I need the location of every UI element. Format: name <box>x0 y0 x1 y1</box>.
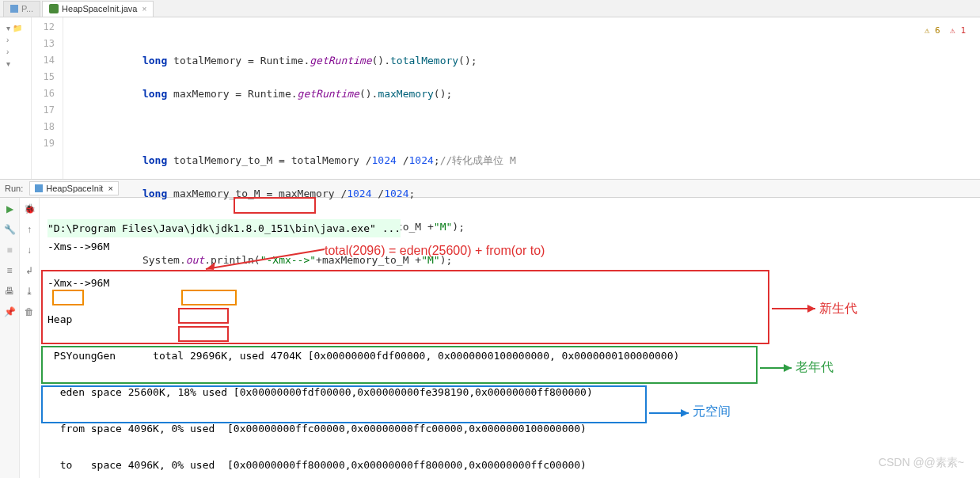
arrow-meta <box>649 405 693 421</box>
annotation-box-younggen <box>41 270 769 344</box>
line-gutter: 12 13 14 15 16 17 18 19 <box>32 17 63 179</box>
svg-marker-1 <box>206 262 215 270</box>
clear-button[interactable]: 🗑 <box>23 305 36 318</box>
file-icon <box>10 5 18 13</box>
code-editor[interactable]: ⚠ 6 ⚠ 1 long totalMemory = Runtime.getRu… <box>63 17 980 179</box>
run-panel: ▶ 🔧 ■ ≡ 🖶 📌 🐞 ↑ ↓ ↲ ⤓ 🗑 "D:\Program File… <box>0 198 980 478</box>
app-icon <box>35 184 43 192</box>
console-output[interactable]: "D:\Program Files\Java\jdk\jdk1.8.0_151\… <box>40 198 980 478</box>
watermark: CSDN @@素素~ <box>879 456 964 470</box>
line-number: 19 <box>32 135 55 152</box>
annotation-young: 新生代 <box>819 299 857 317</box>
editor-tabs: P... HeapSpaceInit.java × <box>0 0 980 17</box>
line-number: 17 <box>32 102 55 119</box>
up-button[interactable]: ↑ <box>23 223 36 236</box>
scroll-button[interactable]: ⤓ <box>23 285 36 298</box>
run-label: Run: <box>5 184 23 193</box>
line-number: 12 <box>32 19 55 36</box>
java-file-icon <box>49 4 59 13</box>
stop-button[interactable]: ■ <box>3 244 16 256</box>
annotation-box-oldgen <box>41 346 758 384</box>
svg-line-0 <box>206 249 325 269</box>
line-number: 14 <box>32 52 55 69</box>
annotation-box-eden-used <box>181 290 237 305</box>
annotation-box-eden <box>52 290 84 305</box>
console-toolbar: 🐞 ↑ ↓ ↲ ⤓ 🗑 <box>20 198 40 478</box>
annotation-old: 老年代 <box>796 358 834 376</box>
line-number: 13 <box>32 36 55 52</box>
arrow-young <box>772 301 819 317</box>
svg-marker-5 <box>784 364 792 372</box>
close-icon[interactable]: × <box>142 5 147 13</box>
tree-node[interactable]: ▾ 📁 <box>0 22 31 34</box>
pin-button[interactable]: 📌 <box>3 305 16 318</box>
tree-node[interactable]: › <box>0 46 31 58</box>
inspection-badges[interactable]: ⚠ 6 ⚠ 1 <box>925 22 966 39</box>
tab-label: HeapSpaceInit.java <box>62 4 137 13</box>
rerun-button[interactable]: ▶ <box>3 203 16 215</box>
output-line: to space 4096K, 0% used [0x00000000ff800… <box>47 456 972 474</box>
annotation-meta: 元空间 <box>693 402 731 420</box>
tab-label: P... <box>21 4 33 13</box>
svg-marker-3 <box>807 305 815 313</box>
bug-icon[interactable]: 🐞 <box>23 203 36 215</box>
tree-node[interactable]: › <box>0 34 31 46</box>
tab-project[interactable]: P... <box>3 1 40 17</box>
tree-collapse[interactable]: ▾ <box>0 58 31 70</box>
print-button[interactable]: 🖶 <box>3 285 16 298</box>
annotation-box-from-used <box>178 308 229 324</box>
line-number: 15 <box>32 69 55 85</box>
project-tree-sidebar[interactable]: ▾ 📁 › › ▾ <box>0 17 32 179</box>
arrow-formula <box>198 241 325 273</box>
down-button[interactable]: ↓ <box>23 244 36 256</box>
wrap-button[interactable]: ↲ <box>23 264 36 277</box>
settings-button[interactable]: 🔧 <box>3 223 16 236</box>
command-line: "D:\Program Files\Java\jdk\jdk1.8.0_151\… <box>47 219 401 237</box>
arrow-old <box>760 360 796 376</box>
editor-area: ▾ 📁 › › ▾ 12 13 14 15 16 17 18 19 ⚠ 6 ⚠ … <box>0 17 980 180</box>
layout-button[interactable]: ≡ <box>3 264 16 277</box>
annotation-box-to-used <box>178 326 229 342</box>
annotation-box-jdk <box>234 197 316 214</box>
line-number: 16 <box>32 85 55 102</box>
annotation-box-metaspace <box>41 385 647 423</box>
tab-heapspaceinit[interactable]: HeapSpaceInit.java × <box>42 1 154 17</box>
line-number: 18 <box>32 119 55 135</box>
run-toolbar: ▶ 🔧 ■ ≡ 🖶 📌 <box>0 198 20 478</box>
annotation-formula: total(2096) = eden(25600) + from(or to) <box>325 241 545 260</box>
svg-marker-7 <box>681 409 689 417</box>
